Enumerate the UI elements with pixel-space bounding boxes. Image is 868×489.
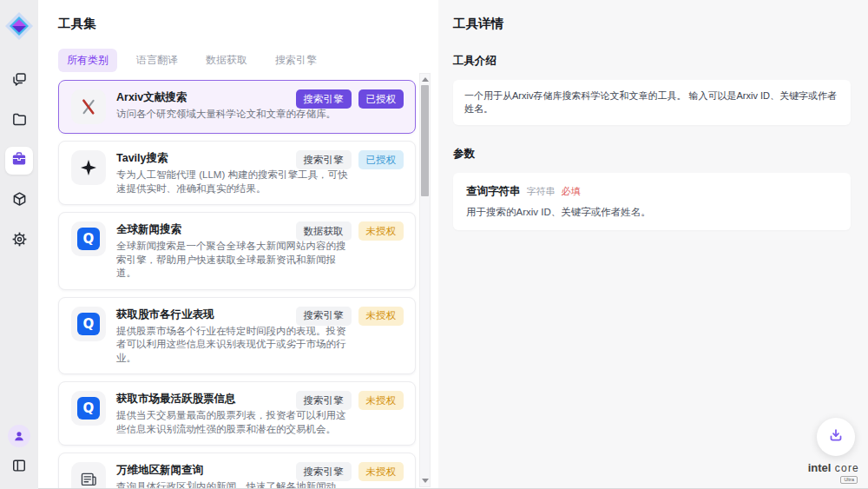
detail-title: 工具详情	[453, 16, 851, 32]
tool-card-sector-performance[interactable]: Q 获取股市各行业表现 提供股票市场各个行业在特定时间段内的表现。投资者可以利用…	[58, 297, 416, 375]
tool-list-panel: 工具集 所有类别 语言翻译 数据获取 搜索引擎 Arxiv文献搜索 访问各个研究…	[38, 0, 438, 489]
ultra-badge: Ultra	[840, 476, 858, 484]
intro-text: 一个用于从Arxiv存储库搜索科学论文和文章的工具。 输入可以是Arxiv ID…	[464, 90, 837, 114]
category-badge: 搜索引擎	[296, 150, 352, 169]
download-icon	[826, 426, 845, 448]
category-badge: 搜索引擎	[296, 391, 352, 410]
auth-status-badge: 未授权	[358, 462, 404, 481]
tab-data-acquisition[interactable]: 数据获取	[197, 49, 256, 72]
param-type: 字符串	[527, 185, 556, 198]
juhe-q-icon: Q	[71, 391, 106, 426]
tool-card-tavily[interactable]: Tavily搜索 专为人工智能代理 (LLM) 构建的搜索引擎工具，可快速提供实…	[58, 141, 416, 205]
tool-description: 提供当天交易量最高的股票列表，投资者可以利用这些信息来识别流动性强的股票和潜在的…	[116, 409, 352, 436]
tool-card-list: Arxiv文献搜索 访问各个研究领域大量科学论文和文章的存储库。 搜索引擎 已授…	[58, 80, 416, 489]
scrollbar-down-arrow[interactable]	[422, 479, 429, 483]
app-sidebar	[0, 0, 38, 489]
tool-detail-panel: 工具详情 工具介绍 一个用于从Arxiv存储库搜索科学论文和文章的工具。 输入可…	[438, 0, 868, 489]
sidebar-item-files[interactable]	[5, 107, 33, 135]
toolbox-icon	[10, 149, 29, 172]
collapse-sidebar-button[interactable]	[8, 456, 30, 479]
scrollbar-up-arrow[interactable]	[422, 77, 429, 82]
auth-status-badge: 未授权	[358, 391, 404, 410]
gear-icon	[10, 230, 29, 252]
tool-card-regional-news[interactable]: 万维地区新闻查询 查询具体行政区划内的新闻，快速了解各地新闻动 搜索引擎 未授权	[58, 453, 416, 489]
tool-description: 提供股票市场各个行业在特定时间段内的表现。投资者可以利用这些信息来识别表现优于或…	[116, 325, 352, 366]
params-heading: 参数	[453, 147, 851, 162]
juhe-q-icon: Q	[71, 221, 106, 256]
intro-box: 一个用于从Arxiv存储库搜索科学论文和文章的工具。 输入可以是Arxiv ID…	[453, 80, 851, 125]
app-logo-diamond-icon	[4, 11, 34, 41]
sidebar-item-models[interactable]	[5, 187, 33, 215]
tab-language-translation[interactable]: 语言翻译	[128, 49, 187, 72]
tab-search-engine[interactable]: 搜索引擎	[266, 49, 326, 72]
user-avatar[interactable]	[8, 425, 30, 447]
page-title: 工具集	[58, 16, 438, 32]
list-scrollbar[interactable]	[419, 73, 431, 487]
intel-core-logo: intel core Ultra	[797, 459, 859, 484]
category-badge: 搜索引擎	[296, 307, 352, 326]
intel-wordmark: intel	[808, 461, 832, 474]
cube-icon	[10, 190, 29, 212]
chat-icon	[10, 70, 29, 92]
tool-card-arxiv[interactable]: Arxiv文献搜索 访问各个研究领域大量科学论文和文章的存储库。 搜索引擎 已授…	[58, 80, 416, 134]
param-name: 查询字符串	[466, 184, 521, 199]
arxiv-x-icon	[71, 89, 106, 124]
tool-card-active-stocks[interactable]: Q 获取市场最活跃股票信息 提供当天交易量最高的股票列表，投资者可以利用这些信息…	[58, 381, 416, 446]
tavily-star-icon	[71, 150, 106, 185]
sidebar-item-chat[interactable]	[5, 67, 33, 95]
juhe-q-icon: Q	[71, 307, 106, 341]
category-badge: 数据获取	[296, 221, 352, 241]
tool-description: 访问各个研究领域大量科学论文和文章的存储库。	[116, 108, 352, 122]
tool-description: 专为人工智能代理 (LLM) 构建的搜索引擎工具，可快速提供实时、准确和真实的结…	[116, 169, 352, 195]
auth-status-badge: 已授权	[358, 150, 404, 169]
tab-all-categories[interactable]: 所有类别	[58, 49, 117, 72]
sidebar-bottom	[8, 425, 30, 479]
core-wordmark: core	[835, 462, 859, 474]
tool-description: 全球新闻搜索是一个聚合全球各大新闻网站内容的搜索引擎，帮助用户快速获取全球最新资…	[116, 240, 352, 281]
auth-status-badge: 已授权	[358, 89, 404, 109]
tool-description: 查询具体行政区划内的新闻，快速了解各地新闻动	[116, 480, 352, 489]
intro-heading: 工具介绍	[453, 54, 851, 69]
param-description: 用于搜索的Arxiv ID、关键字或作者姓名。	[466, 206, 838, 219]
newspaper-icon	[71, 462, 106, 489]
category-tabs: 所有类别 语言翻译 数据获取 搜索引擎	[58, 49, 438, 72]
sidebar-item-settings[interactable]	[5, 227, 33, 254]
collapse-panel-icon	[10, 457, 28, 478]
tool-card-global-news[interactable]: Q 全球新闻搜索 全球新闻搜索是一个聚合全球各大新闻网站内容的搜索引擎，帮助用户…	[58, 212, 416, 290]
category-badge: 搜索引擎	[296, 462, 352, 481]
auth-status-badge: 未授权	[358, 221, 404, 241]
folder-icon	[10, 110, 29, 132]
download-button[interactable]	[817, 418, 855, 456]
auth-status-badge: 未授权	[358, 307, 404, 326]
sidebar-item-tools[interactable]	[5, 147, 33, 175]
category-badge: 搜索引擎	[296, 89, 352, 109]
scrollbar-thumb[interactable]	[421, 85, 429, 196]
sidebar-nav	[5, 67, 33, 254]
param-required-flag: 必填	[562, 185, 581, 198]
parameter-box: 查询字符串 字符串 必填 用于搜索的Arxiv ID、关键字或作者姓名。	[453, 173, 851, 230]
